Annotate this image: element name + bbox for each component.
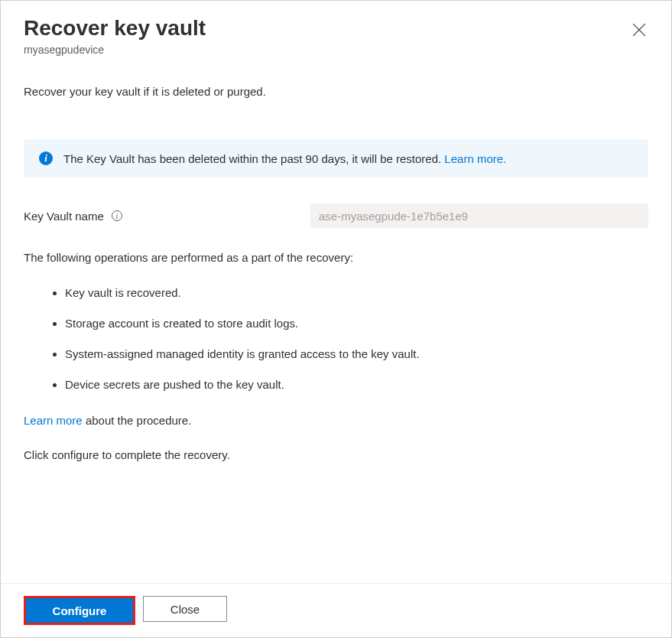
description-text: Recover your key vault if it is deleted … xyxy=(24,85,648,98)
panel-title: Recover key vault xyxy=(24,15,648,42)
key-vault-name-label: Key Vault name i xyxy=(24,210,310,223)
list-item: Key vault is recovered. xyxy=(65,278,648,308)
close-icon xyxy=(632,23,646,37)
closing-text: Click configure to complete the recovery… xyxy=(24,448,648,461)
list-item: Device secrets are pushed to the key vau… xyxy=(65,369,648,400)
panel-header: Recover key vault myasegpudevice xyxy=(1,1,671,62)
panel-body: Recover your key vault if it is deleted … xyxy=(1,62,671,583)
learn-more-suffix: about the procedure. xyxy=(83,414,192,427)
field-label-text: Key Vault name xyxy=(24,210,104,223)
close-icon-button[interactable] xyxy=(628,19,650,41)
learn-more-link[interactable]: Learn more xyxy=(24,414,83,427)
recover-key-vault-panel: Recover key vault myasegpudevice Recover… xyxy=(0,0,672,638)
operations-intro: The following operations are performed a… xyxy=(24,251,648,264)
learn-more-line: Learn more about the procedure. xyxy=(24,414,648,427)
close-button[interactable]: Close xyxy=(143,596,227,622)
info-learn-more-link[interactable]: Learn more. xyxy=(444,152,506,165)
info-icon: i xyxy=(39,151,53,165)
key-vault-name-row: Key Vault name i xyxy=(24,203,648,228)
hint-icon[interactable]: i xyxy=(112,210,122,221)
list-item: Storage account is created to store audi… xyxy=(65,308,648,339)
info-text: The Key Vault has been deleted within th… xyxy=(63,152,506,165)
key-vault-name-input[interactable] xyxy=(310,203,648,228)
panel-subtitle: myasegpudevice xyxy=(24,44,648,56)
configure-button[interactable]: Configure xyxy=(24,596,135,625)
info-message: The Key Vault has been deleted within th… xyxy=(63,152,444,165)
operations-list: Key vault is recovered. Storage account … xyxy=(24,278,648,400)
list-item: System-assigned managed identity is gran… xyxy=(65,339,648,369)
info-bar: i The Key Vault has been deleted within … xyxy=(24,139,648,177)
panel-footer: Configure Close xyxy=(1,583,671,637)
